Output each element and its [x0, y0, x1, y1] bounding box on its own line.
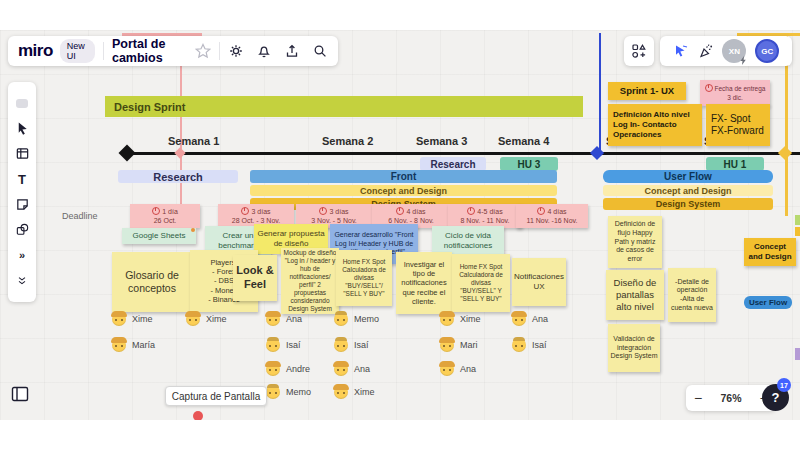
assignee[interactable]: Ana [512, 312, 548, 326]
deadline-sticky[interactable]: 4-5 días 8 Nov. - 11 Nov. [448, 204, 522, 228]
note-line: -Alta de cuenta nueva [670, 295, 714, 313]
woman-emoji [334, 385, 348, 399]
definicion-sticky[interactable]: Definición Alto nivel Log In- Contacto O… [608, 104, 702, 146]
hu1-tag[interactable]: HU 1 [706, 157, 764, 171]
clock-icon [705, 84, 713, 92]
avatar[interactable]: XN [722, 39, 746, 63]
board-title[interactable]: Portal de cambios [112, 37, 189, 65]
note-marker-dot [191, 228, 195, 232]
share-export-icon[interactable] [284, 43, 300, 59]
note-pantallas[interactable]: Diseño de pantallas alto nivel [606, 270, 664, 320]
note-glosario[interactable]: Glosario de conceptos [112, 252, 192, 312]
assignee[interactable]: Andre [266, 362, 310, 376]
notifications-bell-icon[interactable] [256, 43, 272, 59]
assignee[interactable]: Ana [266, 312, 302, 326]
assignee[interactable]: Memo [334, 312, 379, 326]
assignee[interactable]: Xime [186, 312, 227, 326]
lightning-icon [739, 56, 748, 65]
note-home-fx-2[interactable]: Home FX Spot Calculadora de divisas "BUY… [452, 254, 510, 312]
woman-emoji [266, 312, 280, 326]
assignee[interactable]: Mari [440, 338, 478, 352]
miro-board-screenshot: Design Sprint Semana 1 Semana 2 Semana 3… [0, 0, 800, 450]
woman-emoji [440, 312, 454, 326]
research-bar[interactable]: Research [118, 170, 238, 183]
assignee[interactable]: Xime [440, 312, 481, 326]
assignee-name: Xime [132, 314, 153, 324]
assignee[interactable]: Xime [334, 385, 375, 399]
assignee-name: Ana [354, 364, 370, 374]
select-cursor-tool[interactable] [14, 121, 30, 137]
design-sprint-frame-title[interactable]: Design Sprint [105, 96, 583, 117]
sticky-note-tool[interactable] [14, 197, 30, 213]
drag-handle-icon[interactable] [14, 95, 30, 111]
edge-sticky-green[interactable] [795, 215, 800, 225]
star-icon[interactable] [195, 43, 211, 59]
note-validacion[interactable]: Validación de integración Design System [608, 324, 660, 372]
woman-emoji [186, 312, 200, 326]
help-glyph: ? [772, 390, 780, 405]
user-flow-bar[interactable]: User Flow [603, 170, 773, 183]
new-ui-badge[interactable]: New UI [60, 39, 95, 63]
frame-tool[interactable] [14, 146, 30, 162]
task-sticky-google-sheets[interactable]: Google Sheets [122, 228, 196, 244]
text-tool[interactable]: T [14, 171, 30, 187]
note-investigar[interactable]: Investigar el tipo de notificaciones que… [396, 252, 452, 314]
hu3-tag[interactable]: HU 3 [500, 157, 558, 171]
edge-sticky-purple[interactable] [795, 348, 800, 360]
shapes-tool[interactable] [14, 222, 30, 238]
concept-design-bar-right[interactable]: Concept and Design [603, 185, 773, 196]
deadline-sticky[interactable]: 4 días 11 Nov. -16 Nov. [516, 204, 588, 228]
fx-sticky[interactable]: FX- Spot FX-Forward [706, 104, 770, 146]
frame-label-tooltip[interactable]: Captura de Pantalla [165, 386, 267, 406]
man-emoji [334, 312, 348, 326]
assignee-name: Memo [354, 314, 379, 324]
collapse-toolbar-icon[interactable] [14, 273, 30, 289]
search-icon[interactable] [312, 43, 328, 59]
note-detalle[interactable]: -Detalle de operación -Alta de cuenta nu… [668, 268, 716, 322]
zoom-level[interactable]: 76% [720, 392, 741, 404]
collaboration-cursor-icon[interactable] [673, 43, 689, 59]
deadline-dates: 26 Oct. [154, 217, 177, 226]
settings-gear-icon[interactable] [228, 43, 244, 59]
woman-emoji [334, 362, 348, 376]
assignee-name: Memo [286, 387, 311, 397]
note-home-fx-1[interactable]: Home FX Spot Calculadora de divisas "BUY… [336, 250, 392, 306]
timeline-line[interactable] [122, 152, 800, 155]
edge-sticky-gold[interactable] [795, 227, 800, 236]
deadline-duration: 4-5 días [467, 207, 502, 217]
assignee[interactable]: Isaí [266, 338, 301, 352]
assignee[interactable]: Memo [266, 385, 311, 399]
assignee[interactable]: Ana [440, 362, 476, 376]
concept-design-bar-left[interactable]: Concept and Design [250, 185, 557, 196]
sprint-tag[interactable]: Sprint 1- UX [608, 82, 686, 100]
top-margin [0, 0, 800, 30]
design-system-bar-right[interactable]: Design System [603, 198, 773, 210]
assignee[interactable]: Ana [334, 362, 370, 376]
apps-widgets-icon[interactable] [631, 43, 647, 59]
celebration-party-icon[interactable] [698, 43, 714, 59]
avatar[interactable]: GC [755, 39, 779, 63]
front-bar[interactable]: Front [250, 170, 557, 183]
more-tools-icon[interactable]: » [14, 247, 30, 263]
note-line: Log In- Contacto [613, 120, 677, 130]
deadline-duration: 1 día [152, 207, 178, 217]
miro-logo[interactable]: miro [18, 41, 53, 61]
fecha-entrega-sticky[interactable]: Fecha de entrega 3 dic. [700, 80, 770, 106]
zoom-out-button[interactable]: − [694, 390, 702, 406]
note-notificaciones-ux[interactable]: Notificaciones UX [512, 258, 566, 306]
assignee[interactable]: María [112, 338, 155, 352]
assignee[interactable]: Xime [112, 312, 153, 326]
woman-emoji [440, 362, 454, 376]
note-mockup[interactable]: Mockup de diseño "Log in / header y hub … [281, 248, 339, 314]
fecha-date: 3 dic. [727, 94, 743, 102]
concept-design-note[interactable]: Concept and Design [744, 238, 796, 266]
note-look-feel[interactable]: Look & Feel [233, 255, 277, 301]
user-flow-pill[interactable]: User Flow [744, 296, 792, 309]
deadline-sticky[interactable]: 1 día 26 Oct. [130, 204, 200, 228]
clock-icon [319, 207, 327, 215]
assignee[interactable]: Isaí [512, 338, 547, 352]
assignee[interactable]: Isaí [334, 338, 369, 352]
frames-panel-button[interactable] [8, 382, 32, 406]
note-flujo[interactable]: Definición de flujo Happy Path y matriz … [608, 216, 662, 268]
research-tag[interactable]: Research [420, 157, 486, 171]
